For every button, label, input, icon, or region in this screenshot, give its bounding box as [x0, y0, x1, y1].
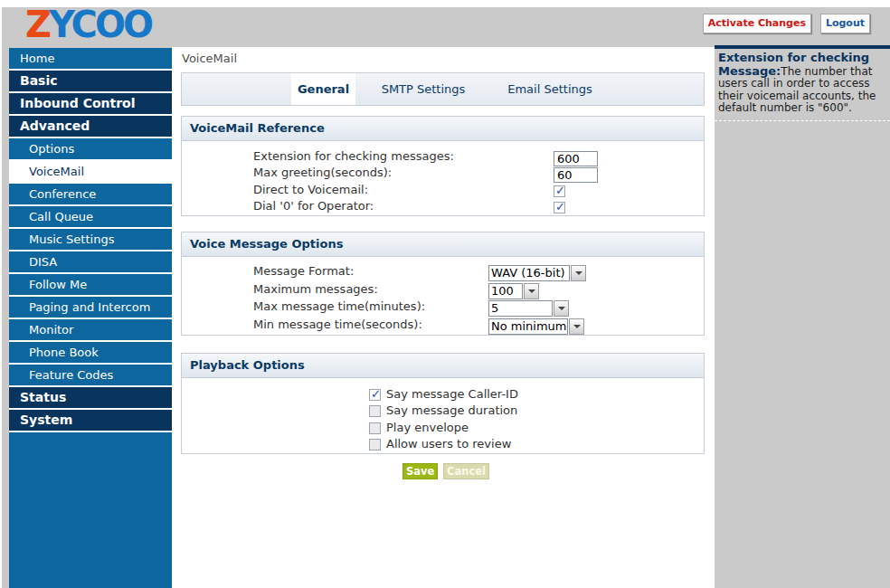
section-body: Message Format:WAV (16-bit)Maximum messa…	[182, 257, 704, 335]
tab-spacer	[182, 73, 291, 105]
field-label: Dial '0' for Operator:	[253, 199, 374, 213]
field-label: Min message time(seconds):	[253, 318, 422, 331]
field-label: Maximum messages:	[253, 282, 378, 296]
select-value: 100	[488, 283, 523, 299]
logout-button[interactable]: Logout	[820, 14, 870, 33]
sidebar-item-paging-and-intercom[interactable]: Paging and Intercom	[9, 297, 172, 318]
field-control	[554, 148, 598, 166]
sidebar-item-options[interactable]: Options	[9, 138, 172, 159]
section-title: VoiceMail Reference	[182, 117, 704, 141]
section-voicemail-reference: VoiceMail ReferenceExtension for checkin…	[181, 116, 705, 216]
select-min-message-time-seconds[interactable]: No minimum	[488, 318, 584, 335]
checkbox-play-envelope[interactable]	[369, 422, 381, 434]
dropdown-arrow-icon[interactable]	[524, 283, 539, 299]
select-max-message-time-minutes[interactable]: 5	[488, 300, 569, 317]
field-control	[554, 165, 598, 183]
field-label: Message Format:	[253, 264, 354, 278]
field-control	[554, 198, 565, 215]
sidebar-item-home[interactable]: Home	[9, 48, 172, 69]
field-control: No minimum	[488, 317, 584, 335]
activate-changes-button[interactable]: Activate Changes	[703, 14, 811, 33]
checkbox-dial-0-for-operator[interactable]	[554, 202, 565, 213]
tab-email-settings[interactable]: Email Settings	[491, 73, 609, 105]
sidebar-item-music-settings[interactable]: Music Settings	[9, 229, 172, 250]
section-voice-message-options: Voice Message OptionsMessage Format:WAV …	[181, 232, 705, 336]
checkbox-allow-users-to-review[interactable]	[369, 439, 381, 450]
sidebar-item-feature-codes[interactable]: Feature Codes	[9, 365, 172, 385]
sidebar-item-monitor[interactable]: Monitor	[9, 319, 172, 340]
select-value: No minimum	[488, 318, 568, 335]
sidebar-filler	[9, 432, 172, 588]
section-title: Playback Options	[182, 354, 704, 378]
checkbox-direct-to-voicemail[interactable]	[554, 185, 565, 197]
playback-option-row: Allow users to review	[369, 437, 511, 450]
logo-rest: YCOO	[49, 4, 151, 45]
field-control: 100	[488, 281, 539, 299]
section-title: Voice Message Options	[182, 232, 704, 257]
checkbox-say-message-duration[interactable]	[369, 405, 381, 417]
checkbox-label: Say message Caller-ID	[386, 387, 518, 401]
section-playback-options: Playback OptionsSay message Caller-IDSay…	[181, 353, 705, 454]
sidebar-item-call-queue[interactable]: Call Queue	[9, 206, 172, 227]
sidebar-item-disa[interactable]: DISA	[9, 251, 172, 272]
help-text: Extension for checking Message:The numbe…	[715, 49, 890, 121]
sidebar-item-follow-me[interactable]: Follow Me	[9, 274, 172, 295]
checkbox-label: Play envelope	[386, 421, 469, 434]
field-label: Extension for checking messages:	[253, 149, 454, 163]
section-body: Extension for checking messages:Max gree…	[182, 141, 704, 215]
field-label: Direct to Voicemail:	[253, 183, 368, 196]
field-label: Max greeting(seconds):	[253, 166, 392, 179]
page-title: VoiceMail	[182, 52, 237, 65]
tab-bar: GeneralSMTP SettingsEmail Settings	[181, 72, 705, 106]
sidebar-item-inbound-control[interactable]: Inbound Control	[9, 93, 172, 114]
field-control: WAV (16-bit)	[488, 263, 586, 281]
field-label: Max message time(minutes):	[253, 299, 425, 313]
tab-general[interactable]: General	[291, 73, 355, 105]
sidebar-item-voicemail[interactable]: VoiceMail	[9, 161, 172, 182]
checkbox-say-message-caller-id[interactable]	[369, 389, 381, 401]
help-panel: Extension for checking Message:The numbe…	[715, 45, 890, 121]
sidebar-item-conference[interactable]: Conference	[9, 184, 172, 204]
field-control: 5	[488, 299, 569, 317]
logo-z: Z	[25, 4, 49, 45]
field-control	[554, 182, 565, 199]
cancel-button[interactable]: Cancel	[443, 463, 489, 479]
section-body: Say message Caller-IDSay message duratio…	[182, 378, 704, 453]
tab-smtp-settings[interactable]: SMTP Settings	[355, 73, 491, 105]
select-maximum-messages[interactable]: 100	[488, 283, 539, 299]
dropdown-arrow-icon[interactable]	[571, 265, 586, 281]
zycoo-logo: ZYCOO	[25, 4, 151, 45]
dropdown-arrow-icon[interactable]	[554, 300, 569, 317]
page: ZYCOO Activate Changes Logout HomeBasicI…	[0, 0, 890, 588]
select-value: WAV (16-bit)	[488, 265, 570, 281]
left-white-strip	[0, 0, 2, 588]
checkbox-label: Allow users to review	[386, 437, 511, 450]
sidebar-item-basic[interactable]: Basic	[9, 71, 172, 91]
sidebar-item-system[interactable]: System	[9, 410, 172, 431]
playback-option-row: Say message duration	[369, 403, 517, 417]
main-content: VoiceMail GeneralSMTP SettingsEmail Sett…	[172, 47, 715, 588]
playback-option-row: Play envelope	[369, 421, 469, 434]
sidebar-item-status[interactable]: Status	[9, 387, 172, 408]
select-value: 5	[488, 300, 553, 317]
sidebar-item-phone-book[interactable]: Phone Book	[9, 342, 172, 363]
playback-option-row: Say message Caller-ID	[369, 387, 518, 401]
checkbox-label: Say message duration	[386, 403, 517, 417]
sidebar-item-advanced[interactable]: Advanced	[9, 116, 172, 137]
select-message-format[interactable]: WAV (16-bit)	[488, 265, 586, 281]
sidebar-nav: HomeBasicInbound ControlAdvancedOptionsV…	[9, 48, 172, 588]
dropdown-arrow-icon[interactable]	[569, 318, 584, 335]
save-button[interactable]: Save	[402, 463, 438, 479]
